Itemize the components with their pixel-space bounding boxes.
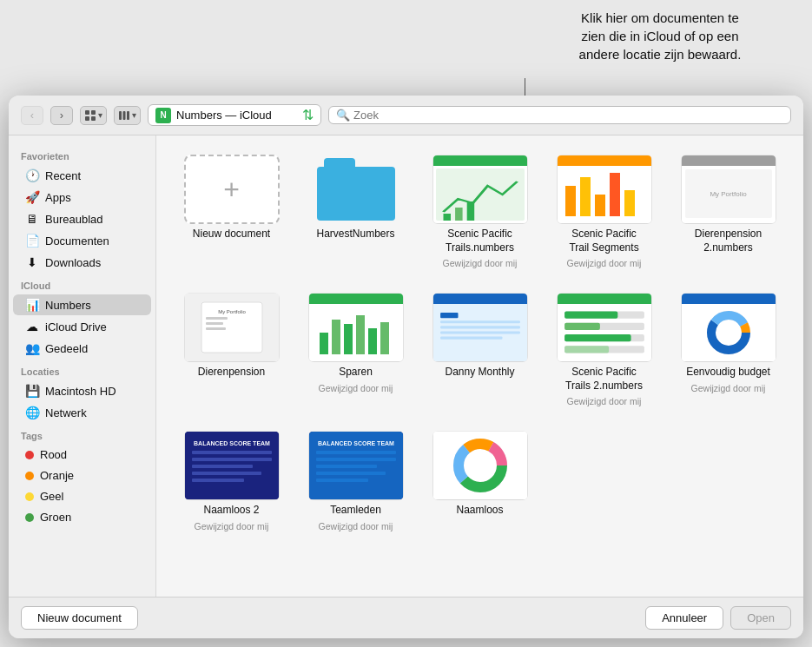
sidebar-item-oranje[interactable]: Oranje [13, 465, 151, 485]
sidebar-icon-recent: 🕐 [25, 168, 39, 182]
file-name-scenic1: Scenic Pacific Trails.numbers [446, 228, 514, 254]
sidebar-item-numbers[interactable]: 📊Numbers [13, 294, 151, 315]
sidebar-item-gedeeld[interactable]: 👥Gedeeld [13, 338, 151, 359]
file-item-eenvoudig[interactable]: Eenvoudig budgetGewijzigd door mij [670, 287, 786, 412]
svg-rect-26 [440, 313, 458, 318]
file-item-scenic1[interactable]: Scenic Pacific Trails.numbersGewijzigd d… [422, 149, 538, 274]
file-name-new-doc: Nieuw document [193, 228, 270, 241]
sheet-thumb-inner [433, 432, 527, 499]
svg-rect-24 [368, 328, 377, 354]
file-name-teamleden: Teamleden [330, 504, 381, 518]
file-item-new-doc[interactable]: +Nieuw document [174, 149, 289, 274]
file-thumb-scenic2 [557, 293, 652, 362]
svg-rect-53 [316, 458, 396, 461]
svg-rect-48 [192, 472, 261, 475]
sidebar-item-netwerk[interactable]: 🌐Netwerk [13, 402, 151, 423]
file-item-scenic-segments[interactable]: Scenic Pacific Trail SegmentsGewijzigd d… [546, 149, 662, 274]
svg-rect-22 [344, 324, 353, 354]
file-item-danny[interactable]: Danny Monthly [422, 287, 538, 412]
svg-rect-19 [206, 327, 226, 330]
location-arrow-icon: ⇅ [302, 107, 314, 123]
sidebar-item-label: iCloud Drive [45, 320, 107, 333]
numbers-app-icon: N [155, 108, 171, 123]
sidebar-item-label: Numbers [45, 299, 91, 312]
sidebar-item-label: Downloads [45, 256, 101, 269]
file-thumb-teamleden: BALANCED SCORE TEAM [308, 431, 404, 500]
file-item-naamloos[interactable]: Naamloos [422, 426, 538, 537]
sidebar-item-apps[interactable]: 🚀Apps [13, 187, 151, 208]
svg-rect-56 [316, 479, 368, 482]
svg-rect-30 [440, 337, 502, 340]
bottom-bar: Nieuw document Annuleer Open [9, 597, 803, 638]
file-item-harvest[interactable]: HarvestNumbers [298, 149, 413, 274]
file-thumb-dierenpension: My Portfolio [184, 293, 280, 362]
sidebar-item-icloud-drive[interactable]: ☁iCloud Drive [13, 316, 151, 337]
svg-rect-38 [564, 346, 609, 353]
file-item-scenic2[interactable]: Scenic Pacific Trails 2.numbersGewijzigd… [546, 287, 662, 412]
sidebar-section-tags: Tags [9, 424, 155, 444]
svg-rect-11 [580, 177, 591, 216]
search-input[interactable] [353, 109, 783, 122]
file-name-eenvoudig: Eenvoudig budget [686, 366, 770, 380]
new-doc-thumb: + [184, 155, 280, 224]
sidebar-item-macintosh-hd[interactable]: 💾Macintosh HD [13, 380, 151, 401]
svg-rect-6 [127, 111, 129, 120]
tag-dot-oranje [25, 472, 34, 480]
sheet-thumb-inner [558, 294, 651, 361]
sheet-thumb-inner [558, 155, 651, 223]
location-selector[interactable]: N Numbers — iCloud ⇅ [148, 104, 321, 126]
file-thumb-sparen [308, 293, 404, 362]
sidebar-icon-numbers: 📊 [25, 298, 39, 312]
search-box[interactable]: 🔍 [328, 106, 791, 124]
tag-dot-rood [25, 451, 34, 459]
file-grid-area: +Nieuw document HarvestNumbers Scenic Pa… [156, 135, 803, 597]
file-subtitle-scenic1: Gewijzigd door mij [443, 258, 518, 268]
sidebar-item-downloads[interactable]: ⬇Downloads [13, 252, 151, 273]
file-item-teamleden[interactable]: BALANCED SCORE TEAM TeamledenGewijzigd d… [298, 426, 413, 537]
file-item-dierenpension[interactable]: My Portfolio Dierenpension [174, 287, 289, 412]
sheet-thumb-inner: My Portfolio [682, 155, 776, 223]
svg-rect-49 [192, 479, 244, 482]
new-document-bottom-button[interactable]: Nieuw document [21, 606, 138, 630]
file-name-naamloos2: Naamloos 2 [203, 504, 259, 518]
back-button[interactable]: ‹ [21, 106, 43, 125]
sidebar-item-rood[interactable]: Rood [13, 445, 151, 465]
grid-view-button[interactable]: ▾ [80, 106, 107, 125]
file-subtitle-teamleden: Gewijzigd door mij [319, 521, 393, 531]
svg-rect-3 [91, 116, 96, 121]
file-grid: +Nieuw document HarvestNumbers Scenic Pa… [174, 149, 786, 537]
sidebar-item-label: Oranje [40, 469, 74, 482]
folder-body [317, 167, 395, 221]
svg-rect-0 [85, 110, 89, 115]
sidebar-item-documenten[interactable]: 📄Documenten [13, 230, 151, 251]
annuleer-button[interactable]: Annuleer [645, 606, 723, 630]
file-subtitle-eenvoudig: Gewijzigd door mij [691, 383, 766, 393]
sidebar-icon-macintosh-hd: 💾 [25, 384, 39, 398]
svg-rect-54 [316, 465, 377, 468]
sidebar-item-label: Gedeeld [45, 342, 88, 355]
columns-view-button[interactable]: ▾ [114, 106, 141, 125]
sidebar-item-geel[interactable]: Geel [13, 486, 151, 506]
sidebar-icon-netwerk: 🌐 [25, 406, 39, 419]
svg-rect-4 [119, 111, 122, 120]
file-item-dierenpension2[interactable]: My Portfolio Dierenpension 2.numbers [670, 149, 786, 274]
svg-rect-10 [565, 186, 576, 216]
file-item-naamloos2[interactable]: BALANCED SCORE TEAM Naamloos 2Gewijzigd … [174, 426, 289, 537]
sidebar-icon-documenten: 📄 [25, 234, 39, 248]
sidebar-item-bureaublad[interactable]: 🖥Bureaublad [13, 208, 151, 229]
svg-rect-20 [320, 333, 328, 354]
svg-rect-28 [440, 327, 520, 329]
svg-text:BALANCED SCORE TEAM: BALANCED SCORE TEAM [194, 440, 270, 446]
sidebar-item-recent[interactable]: 🕐Recent [13, 165, 151, 186]
svg-text:BALANCED SCORE TEAM: BALANCED SCORE TEAM [318, 440, 394, 446]
sidebar-item-groen[interactable]: Groen [13, 507, 151, 527]
open-button[interactable]: Open [730, 606, 791, 630]
forward-button[interactable]: › [50, 106, 73, 125]
sidebar-item-label: Netwerk [45, 406, 87, 419]
svg-rect-55 [316, 472, 386, 475]
file-item-sparen[interactable]: SparenGewijzigd door mij [298, 287, 413, 412]
file-thumb-harvest [308, 155, 404, 224]
file-subtitle-sparen: Gewijzigd door mij [319, 383, 393, 393]
sidebar-item-label: Rood [40, 448, 67, 461]
svg-rect-7 [443, 214, 451, 221]
